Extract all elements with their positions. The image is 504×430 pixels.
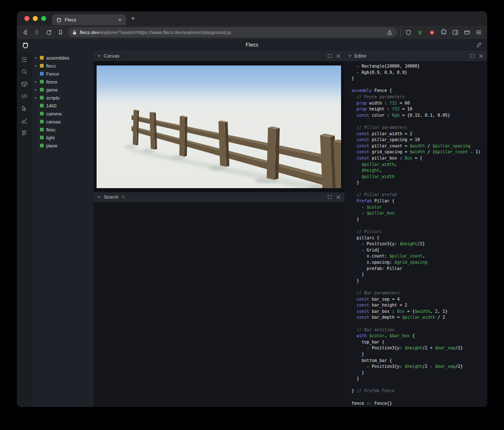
tab-title: Flecs bbox=[65, 17, 115, 22]
tree-item-game[interactable]: ▸game bbox=[32, 86, 94, 94]
entity-kind-icon bbox=[40, 128, 44, 131]
tree-item-1460[interactable]: ▸1460 bbox=[32, 102, 94, 110]
app-main: ▸assemblies▸flecs▸Fence▸fence▸game▸scrip… bbox=[17, 51, 487, 407]
code-line: x.count: $pillar_count, bbox=[352, 253, 487, 260]
sidebar-toggle-icon[interactable] bbox=[451, 28, 459, 37]
extension-v-icon[interactable]: V bbox=[416, 28, 424, 37]
code-line: } // Prefab Fence bbox=[352, 388, 487, 394]
record-icon[interactable] bbox=[428, 28, 436, 37]
entity-kind-icon bbox=[40, 96, 44, 100]
close-panel-icon[interactable] bbox=[478, 53, 484, 59]
code-line: - Position3{y: $height/2} bbox=[352, 241, 487, 247]
search-results-area bbox=[94, 202, 344, 407]
tree-item-plane[interactable]: ▸plane bbox=[32, 142, 94, 149]
minimize-window-button[interactable] bbox=[33, 16, 38, 21]
bookmark-icon[interactable] bbox=[56, 28, 65, 37]
entity-kind-icon bbox=[40, 72, 44, 76]
tree-item-label: fence bbox=[46, 79, 58, 84]
share-link-icon[interactable] bbox=[476, 42, 482, 48]
entity-tree: ▸assemblies▸flecs▸Fence▸fence▸game▸scrip… bbox=[32, 51, 94, 407]
reload-button[interactable] bbox=[45, 28, 53, 37]
editor-panel: Editor - Rectangle{10000, 10000} - Rgb{0… bbox=[344, 51, 487, 407]
fence-scene bbox=[97, 66, 341, 188]
code-line: // Pillar prefab bbox=[352, 192, 487, 198]
code-line: const color : Rgb = {0.15, 0.1, 0.05} bbox=[352, 113, 487, 119]
tab-close-icon[interactable]: ✕ bbox=[118, 17, 122, 23]
tree-item-camera[interactable]: ▸camera bbox=[32, 110, 94, 118]
code-line: const pillar_count = $width / $pillar_sp… bbox=[352, 143, 487, 149]
tree-item-Fence[interactable]: ▸Fence bbox=[32, 70, 94, 78]
code-line: const grid_spacing = $width / ($pillar_c… bbox=[352, 149, 487, 155]
expand-arrow-icon[interactable]: ▸ bbox=[35, 56, 40, 60]
tree-item-scripts[interactable]: ▸scripts bbox=[32, 94, 94, 102]
code-line: - Rgb{0.9, 0.9, 0.9} bbox=[352, 70, 487, 76]
chevron-down-icon[interactable] bbox=[348, 54, 352, 58]
code-line: // Pillar parameters bbox=[352, 125, 487, 131]
browser-tab[interactable]: Flecs ✕ bbox=[52, 14, 126, 25]
code-line bbox=[352, 382, 487, 388]
expand-panel-icon[interactable] bbox=[327, 53, 333, 59]
editor-panel-header: Editor bbox=[344, 51, 487, 61]
chevron-down-icon[interactable] bbox=[97, 54, 101, 58]
script-editor-tool-icon[interactable] bbox=[21, 93, 28, 100]
tool-rail bbox=[17, 51, 32, 407]
app-header: Flecs bbox=[17, 39, 487, 51]
code-line: } bbox=[352, 180, 487, 186]
expand-arrow-icon[interactable]: ▸ bbox=[35, 88, 40, 92]
code-line: const bar_box : Box = {$width, 2, 1} bbox=[352, 309, 487, 315]
tree-item-label: scripts bbox=[46, 95, 60, 100]
code-line: assembly Fence { bbox=[352, 88, 487, 94]
expand-arrow-icon[interactable]: ▸ bbox=[35, 96, 40, 100]
menu-icon[interactable] bbox=[475, 28, 483, 37]
code-line: - Position3{y: $height/2 + $bar_sep/2} bbox=[352, 345, 487, 351]
metrics-rows-tool-icon[interactable] bbox=[21, 129, 28, 136]
toolbar-divider bbox=[400, 29, 401, 36]
tree-item-canvas[interactable]: ▸canvas bbox=[32, 118, 94, 126]
code-line: - Position3{y: $height/2 - $bar_sep/2} bbox=[352, 364, 487, 370]
tree-item-assemblies[interactable]: ▸assemblies bbox=[32, 54, 94, 62]
code-line: $pillar_width bbox=[352, 174, 487, 180]
expand-panel-icon[interactable] bbox=[327, 194, 333, 200]
close-panel-icon[interactable] bbox=[335, 194, 341, 200]
tree-item-fence[interactable]: ▸fence bbox=[32, 78, 94, 86]
code-line bbox=[352, 284, 487, 290]
code-line: - $pillar_box bbox=[352, 210, 487, 217]
query-search-tool-icon[interactable] bbox=[21, 68, 28, 75]
share-icon[interactable] bbox=[386, 29, 393, 36]
close-panel-icon[interactable] bbox=[335, 53, 341, 59]
expand-arrow-icon[interactable]: ▸ bbox=[35, 64, 40, 68]
url-bar[interactable]: flecs.dev/explorer/?wasm=https://www.fle… bbox=[68, 27, 397, 37]
search-panel-header: Search bbox=[94, 192, 344, 202]
entity-kind-icon bbox=[40, 104, 44, 108]
expand-panel-icon[interactable] bbox=[470, 53, 475, 59]
tree-item-flecs[interactable]: ▸flecs bbox=[32, 62, 94, 70]
canvas-3d-tool-icon[interactable] bbox=[21, 81, 28, 87]
brave-shield-icon[interactable] bbox=[404, 28, 412, 37]
wallet-icon[interactable] bbox=[463, 28, 471, 37]
forward-button[interactable] bbox=[33, 28, 41, 37]
zoom-window-button[interactable] bbox=[41, 16, 46, 21]
extensions-puzzle-icon[interactable] bbox=[439, 28, 448, 37]
back-button[interactable] bbox=[21, 28, 29, 37]
canvas-panel-title: Canvas bbox=[104, 53, 119, 58]
code-line: } bbox=[352, 370, 487, 376]
code-editor[interactable]: - Rectangle{10000, 10000} - Rgb{0.9, 0.9… bbox=[344, 61, 487, 407]
stats-chart-tool-icon[interactable] bbox=[21, 117, 28, 124]
expand-arrow-icon[interactable]: ▸ bbox=[35, 80, 40, 84]
code-line: const pillar_width = 2 bbox=[352, 131, 487, 137]
code-line: // Fence parameters bbox=[352, 94, 487, 100]
code-line: const pillar_spacing = 10 bbox=[352, 137, 487, 143]
3d-viewport[interactable] bbox=[97, 66, 341, 188]
tree-item-light[interactable]: ▸light bbox=[32, 134, 94, 142]
entity-tree-tool-icon[interactable] bbox=[21, 56, 28, 63]
chevron-down-icon[interactable] bbox=[97, 195, 101, 199]
close-window-button[interactable] bbox=[24, 16, 29, 21]
tree-item-label: light bbox=[46, 135, 55, 140]
tree-item-flesc[interactable]: ▸flesc bbox=[32, 126, 94, 134]
search-icon bbox=[121, 195, 126, 199]
entity-kind-icon bbox=[40, 80, 44, 84]
new-tab-button[interactable]: + bbox=[131, 15, 135, 22]
flecs-favicon bbox=[56, 17, 62, 23]
inspect-cursor-tool-icon[interactable] bbox=[21, 105, 28, 112]
code-line: } bbox=[352, 272, 487, 278]
